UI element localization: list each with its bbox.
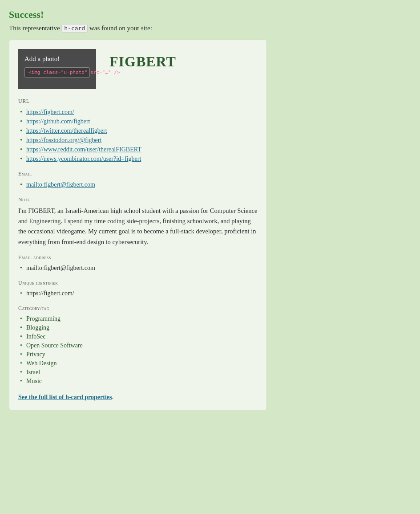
list-item: mailto:figbert@figbert.com — [18, 180, 258, 189]
email-address-list: mailto:figbert@figbert.com — [18, 264, 258, 273]
category-list: Programming Blogging InfoSec Open Source… — [18, 314, 258, 386]
unique-identifier-list: https://figbert.com/ — [18, 289, 258, 298]
list-item: https://fosstodon.org/@figbert — [18, 135, 258, 145]
url-list: https://figbert.com/ https://github.com/… — [18, 107, 258, 163]
url-link-3[interactable]: https://twitter.com/therealfigbert — [26, 127, 107, 134]
email-list: mailto:figbert@figbert.com — [18, 180, 258, 189]
intro-text: This representative h-card was found on … — [9, 24, 411, 33]
hcard-container: Add a photo! <img class="u-photo" src="…… — [9, 40, 267, 410]
full-list-period: . — [112, 393, 114, 400]
list-item: https://twitter.com/therealfigbert — [18, 126, 258, 135]
list-item: https://figbert.com/ — [18, 107, 258, 117]
h-card-code: h-card — [61, 24, 88, 33]
list-item: https://news.ycombinator.com/user?id=fig… — [18, 154, 258, 163]
url-link-1[interactable]: https://figbert.com/ — [26, 109, 74, 115]
email-link-1[interactable]: mailto:figbert@figbert.com — [26, 181, 95, 188]
success-heading: Success! — [9, 9, 411, 20]
unique-identifier-label: Unique identifier — [18, 280, 258, 286]
url-link-2[interactable]: https://github.com/figbert — [26, 118, 90, 125]
list-item: Web Design — [18, 359, 258, 368]
note-label: Note — [18, 196, 258, 203]
email-address-label: Email address — [18, 254, 258, 261]
list-item: Programming — [18, 314, 258, 323]
list-item: https://figbert.com/ — [18, 289, 258, 298]
list-item: Blogging — [18, 323, 258, 332]
intro-after: was found on your site: — [88, 24, 152, 32]
url-link-5[interactable]: https://www.reddit.com/user/therealFIGBE… — [26, 146, 141, 153]
category-label: Category/tag — [18, 305, 258, 312]
url-link-6[interactable]: https://news.ycombinator.com/user?id=fig… — [26, 155, 141, 162]
list-item: Music — [18, 377, 258, 386]
list-item: mailto:figbert@figbert.com — [18, 264, 258, 273]
list-item: Israel — [18, 368, 258, 377]
photo-box: Add a photo! <img class="u-photo" src="…… — [18, 49, 96, 89]
profile-name: FIGBERT — [109, 49, 176, 70]
url-link-4[interactable]: https://fosstodon.org/@figbert — [26, 137, 101, 143]
photo-box-title: Add a photo! — [24, 55, 90, 63]
full-list-section: See the full list of h-card properties. — [18, 386, 258, 401]
list-item: https://www.reddit.com/user/therealFIGBE… — [18, 145, 258, 154]
list-item: Privacy — [18, 350, 258, 359]
email-label: Email — [18, 171, 258, 177]
full-list-link[interactable]: See the full list of h-card properties — [18, 394, 112, 401]
list-item: https://github.com/figbert — [18, 117, 258, 126]
photo-code: <img class="u-photo" src="…" /> — [24, 67, 90, 78]
url-label: URL — [18, 98, 258, 105]
note-text: I'm FIGBERT, an Israeli-American high sc… — [18, 206, 258, 247]
list-item: Open Source Software — [18, 341, 258, 350]
intro-before: This representative — [9, 24, 61, 32]
profile-header: Add a photo! <img class="u-photo" src="…… — [18, 49, 258, 89]
list-item: InfoSec — [18, 332, 258, 341]
